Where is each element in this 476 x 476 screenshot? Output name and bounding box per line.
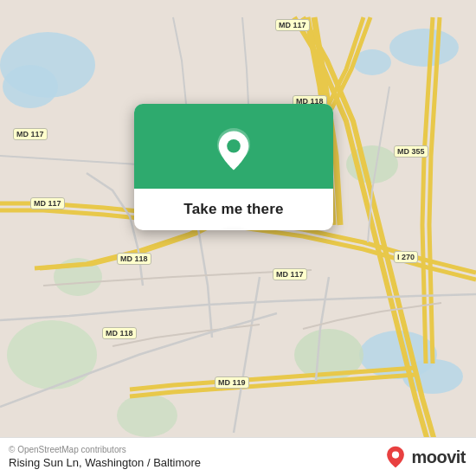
road-label-md118-bot2: MD 118 (102, 327, 137, 339)
moovit-text-label: moovit (411, 447, 466, 467)
svg-point-7 (7, 320, 97, 389)
map-container: MD 117 MD 117 MD 118 MD 355 MD 118 MD 11… (0, 0, 476, 476)
moovit-pin-icon (383, 445, 408, 469)
svg-point-13 (227, 139, 241, 153)
road-label-md118-bot: MD 118 (117, 253, 151, 265)
road-label-md117-right: MD 117 (273, 268, 307, 280)
location-pin-icon (211, 128, 256, 173)
take-me-there-label[interactable]: Take me there (183, 201, 283, 217)
popup-card: Take me there (134, 104, 333, 230)
svg-point-2 (3, 65, 58, 108)
road-label-md117-mid: MD 117 (30, 197, 65, 209)
bottom-left: © OpenStreetMap contributors Rising Sun … (9, 445, 201, 469)
road-label-md355: MD 355 (394, 145, 428, 158)
location-name: Rising Sun Ln, Washington / Baltimore (9, 456, 201, 469)
road-label-md119: MD 119 (215, 376, 249, 389)
copyright-text: © OpenStreetMap contributors (9, 445, 201, 454)
road-label-i270-right: I 270 (394, 251, 418, 263)
popup-top (134, 104, 333, 189)
map-svg (0, 0, 476, 476)
popup-bottom: Take me there (168, 189, 299, 230)
bottom-bar: © OpenStreetMap contributors Rising Sun … (0, 437, 476, 476)
svg-point-14 (392, 451, 399, 458)
svg-point-10 (117, 394, 177, 437)
svg-point-3 (389, 29, 459, 67)
road-label-md117-left: MD 117 (13, 128, 48, 140)
road-label-i270-top: MD 117 (275, 19, 310, 31)
moovit-logo: moovit (383, 445, 466, 469)
